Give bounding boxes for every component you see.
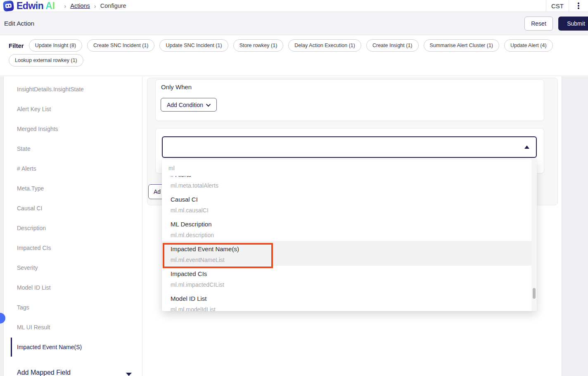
sidebar-item[interactable]: Severity bbox=[17, 258, 137, 278]
only-when-card: Only When Add Condition bbox=[155, 79, 544, 121]
only-when-label: Only When bbox=[161, 83, 192, 90]
kebab-menu-icon[interactable] bbox=[569, 2, 588, 9]
brand-suffix: AI bbox=[45, 0, 55, 12]
reset-button[interactable]: Reset bbox=[524, 17, 553, 31]
dropdown-option[interactable]: Model ID Listml.ml.modelIdList bbox=[162, 290, 531, 311]
sidebar-item[interactable]: # Alerts bbox=[17, 159, 137, 178]
field-select-combobox[interactable] bbox=[162, 136, 537, 158]
dropdown-option-label: Causal CI bbox=[171, 195, 531, 204]
filter-chip[interactable]: Summarise Alert Cluster (1) bbox=[424, 39, 500, 52]
dropdown-scrollbar-thumb[interactable] bbox=[533, 288, 536, 299]
filter-chip[interactable]: Lookup external rowkey (1) bbox=[9, 54, 83, 67]
dropdown-option[interactable]: Impacted Event Name(s)ml.ml.eventNameLis… bbox=[162, 241, 531, 266]
filter-chip[interactable]: Delay Action Execution (1) bbox=[288, 39, 361, 52]
robot-face-icon bbox=[5, 3, 12, 8]
sidebar-item[interactable]: Causal CI bbox=[17, 198, 137, 218]
dropdown-option-path: ml.ml.eventNameList bbox=[171, 256, 531, 264]
sidebar-item[interactable]: Impacted CIs bbox=[17, 238, 137, 258]
filter-chip[interactable]: Store rowkey (1) bbox=[233, 39, 284, 52]
breadcrumb-current: Configure bbox=[100, 2, 126, 9]
dropdown-option[interactable]: Causal CIml.ml.causalCI bbox=[162, 191, 531, 216]
field-dropdown-popup: ml # Alertsml.meta.totalAlertsCausal CIm… bbox=[162, 159, 537, 311]
sidebar-item[interactable]: InsightDetails.InsightState bbox=[17, 79, 137, 99]
filter-chip[interactable]: Create SNC Incident (1) bbox=[87, 39, 154, 52]
dropdown-option-label: Model ID List bbox=[171, 295, 531, 303]
chevron-right-icon: › bbox=[94, 2, 96, 10]
sidebar-item[interactable]: Meta.Type bbox=[17, 178, 137, 198]
chevron-down-icon bbox=[206, 102, 211, 106]
dropdown-option[interactable]: Impacted CIsml.ml.impactedCIList bbox=[162, 266, 531, 290]
chevron-right-icon: › bbox=[64, 2, 66, 10]
filter-chip[interactable]: Create Insight (1) bbox=[366, 39, 419, 52]
sidebar-item[interactable]: Model ID List bbox=[17, 278, 137, 297]
sidebar-item[interactable]: Merged Insights bbox=[17, 119, 137, 139]
dropdown-search-value[interactable]: ml bbox=[168, 165, 175, 171]
sidebar-item-active[interactable]: Impacted Event Name(S) bbox=[17, 337, 137, 357]
dropdown-option-label: # Alerts bbox=[171, 176, 531, 179]
brand-name: Edwin bbox=[17, 0, 43, 12]
timezone-label[interactable]: CST bbox=[546, 2, 569, 10]
dropdown-option-label: ML Description bbox=[171, 220, 531, 228]
dropdown-option[interactable]: ML Descriptionml.ml.description bbox=[162, 216, 531, 241]
dropdown-option-label: Impacted Event Name(s) bbox=[171, 245, 531, 253]
dropdown-option-label: Impacted CIs bbox=[171, 270, 531, 278]
sidebar-item[interactable]: Alert Key List bbox=[17, 99, 137, 119]
dropdown-list: # Alertsml.meta.totalAlertsCausal CIml.m… bbox=[162, 176, 531, 311]
dropdown-scrollbar-track[interactable] bbox=[531, 159, 537, 311]
filter-label: Filter bbox=[9, 42, 24, 49]
topbar: Edwin AI › Actions › Configure CST bbox=[0, 0, 588, 12]
dropdown-option-path: ml.meta.totalAlerts bbox=[171, 181, 531, 190]
breadcrumb: › Actions › Configure bbox=[60, 2, 126, 10]
caret-down-icon bbox=[126, 373, 132, 376]
editbar-actions: Reset Submit bbox=[524, 17, 588, 31]
app-window: Edwin AI › Actions › Configure CST Edit … bbox=[0, 0, 588, 376]
topbar-right: CST bbox=[546, 0, 588, 12]
mapped-field-list: InsightDetails.InsightStateAlert Key Lis… bbox=[17, 79, 137, 357]
submit-button[interactable]: Submit bbox=[558, 17, 588, 31]
edwin-logo-icon bbox=[3, 0, 14, 11]
edit-action-bar: Edit Action Reset Submit bbox=[0, 12, 588, 35]
sidebar-item[interactable]: State bbox=[17, 139, 137, 159]
brand-logo[interactable]: Edwin AI bbox=[3, 0, 55, 12]
dropdown-list-viewport: # Alertsml.meta.totalAlertsCausal CIml.m… bbox=[162, 176, 531, 311]
filter-chip[interactable]: Update Alert (4) bbox=[504, 39, 553, 52]
sidebar-item[interactable]: ML UI Result bbox=[17, 317, 137, 337]
page-title: Edit Action bbox=[4, 20, 34, 27]
add-condition-label: Add Condition bbox=[167, 102, 203, 108]
dropdown-option-path: ml.ml.causalCI bbox=[171, 206, 531, 214]
caret-up-icon bbox=[524, 145, 529, 149]
dropdown-option-path: ml.ml.impactedCIList bbox=[171, 281, 531, 289]
sidebar-item[interactable]: Tags bbox=[17, 297, 137, 317]
filter-chip-list: Filter Update Insight (8)Create SNC Inci… bbox=[9, 39, 579, 67]
sidebar-divider bbox=[142, 76, 142, 376]
filter-chip[interactable]: Update Insight (8) bbox=[29, 39, 82, 52]
breadcrumb-actions-link[interactable]: Actions bbox=[70, 2, 90, 9]
add-mapped-field-button[interactable]: Add Mapped Field bbox=[17, 369, 71, 376]
filter-chip[interactable]: Update SNC Incident (1) bbox=[159, 39, 228, 52]
dropdown-option-path: ml.ml.modelIdList bbox=[171, 305, 531, 311]
add-condition-button[interactable]: Add Condition bbox=[161, 98, 217, 112]
sidebar-item[interactable]: Description bbox=[17, 218, 137, 238]
filter-section: Filter Update Insight (8)Create SNC Inci… bbox=[0, 35, 588, 76]
dropdown-option[interactable]: # Alertsml.meta.totalAlerts bbox=[162, 176, 531, 191]
dropdown-option-path: ml.ml.description bbox=[171, 231, 531, 239]
